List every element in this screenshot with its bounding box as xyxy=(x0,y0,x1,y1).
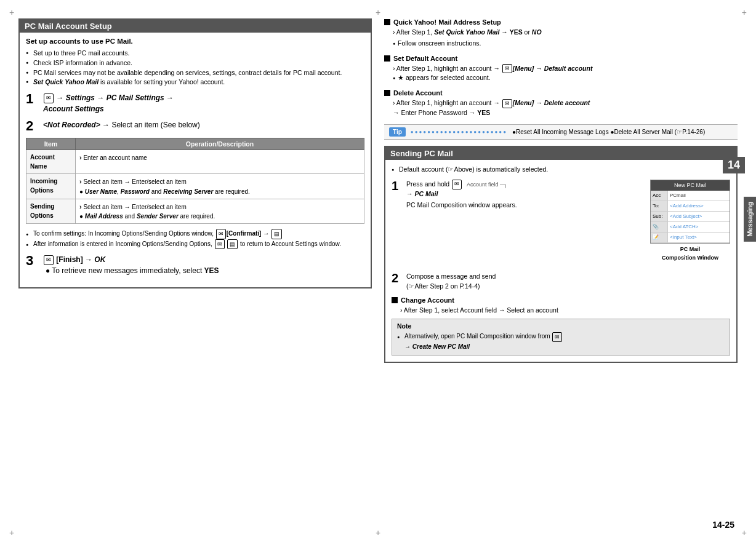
tip-label: Tip xyxy=(389,127,406,137)
quick-yahoo-line1: › After Step 1, Set Quick Yahoo Mail → Y… xyxy=(384,28,738,38)
right-step-1-row: 1 Press and hold ✉ Account field ─┐ → PC… xyxy=(392,180,730,268)
bullet-item: PC Mail services may not be available de… xyxy=(26,68,364,78)
intro-bullets: Set up to three PC mail accounts. Check … xyxy=(26,49,364,87)
sub-value: <Add Subject> xyxy=(668,212,704,221)
step-2-text: → Select an item (See below) xyxy=(102,121,200,129)
mail-field-input: 📝 <Input Text> xyxy=(651,233,730,243)
step-3-bullet: ● To retrieve new messages immediately, … xyxy=(43,266,219,275)
mail-field-to: To: <Add Address> xyxy=(651,201,730,212)
tip-box: Tip ●●●●●●●●●●●●●●●●●●●●●●● ●Reset All I… xyxy=(384,124,738,140)
table-cell-desc: › Select an item → Enter/select an item … xyxy=(76,174,364,199)
sender-server-text: Sender Server xyxy=(137,213,179,220)
set-quick-yahoo-text: Set Quick Yahoo Mail is available for se… xyxy=(33,78,225,86)
after-step2-text: (☞After Step 2 on P.14-4) xyxy=(406,282,730,292)
set-default-line2: ● ★ appears for selected account. xyxy=(384,73,738,83)
delete-account-header: Delete Account xyxy=(384,89,738,97)
mail-icon-small2: ✉ xyxy=(215,239,225,249)
corner-mark-bl: + xyxy=(9,528,14,538)
sending-pc-mail-title: Sending PC Mail xyxy=(385,147,736,160)
change-account-header: Change Account xyxy=(392,296,730,304)
table-row: Account Name › Enter an account name xyxy=(26,150,364,174)
note-label: Note xyxy=(397,322,725,330)
mail-compose-window-area: New PC Mail Acc PCmail To: <Add Address> xyxy=(650,180,730,263)
black-square-icon2 xyxy=(384,55,390,62)
input-value: <Input Text> xyxy=(668,233,699,242)
not-recorded: <Not Recorded> xyxy=(43,121,100,129)
table-row: Incoming Options › Select an item → Ente… xyxy=(26,174,364,199)
gt-arrow: › xyxy=(79,154,82,161)
step-3-content: ✉ [Finish] → OK ● To retrieve new messag… xyxy=(43,254,364,276)
step-3-finish: [Finish] → OK xyxy=(56,255,105,264)
menu-icon3: ✉ xyxy=(502,64,512,74)
menu-icon4: ✉ xyxy=(502,99,512,109)
mail-icon-small: ✉ xyxy=(216,229,226,239)
quick-yahoo-title: Quick Yahoo! Mail Address Setup xyxy=(393,18,501,26)
quick-yahoo-section: Quick Yahoo! Mail Address Setup › After … xyxy=(384,18,738,49)
left-column: PC Mail Account Setup Set up accounts to… xyxy=(18,18,372,527)
cross-bottom: + xyxy=(376,528,380,538)
settings-table: Item Operation/Description Account Name … xyxy=(26,138,364,224)
compose-send-text: Compose a message and send xyxy=(406,272,730,282)
bullet-item: Set Quick Yahoo Mail is available for se… xyxy=(26,78,364,87)
account-field-label: Account field ─┐ xyxy=(467,181,508,188)
mail-icon-note: ✉ xyxy=(552,332,562,342)
page-number: 14-25 xyxy=(712,520,734,530)
sending-intro: ● Default account (☞Above) is automatica… xyxy=(392,165,730,175)
sub-label: Sub: xyxy=(651,212,668,221)
table-cell-item: Account Name xyxy=(26,150,76,174)
corner-mark-br: + xyxy=(742,528,747,538)
delete-account-line2: → Enter Phone Password → YES xyxy=(384,108,738,118)
section-box-title: PC Mail Account Setup xyxy=(20,20,371,33)
right-step-2-num: 2 xyxy=(392,272,403,284)
note-line2: → Create New PC Mail xyxy=(397,342,725,352)
confirm-bullet: To confirm settings: In Incoming Options… xyxy=(26,229,364,239)
mail-field-acc: Acc PCmail xyxy=(651,191,730,201)
mail-field-sub: Sub: <Add Subject> xyxy=(651,212,730,222)
mail-compose-text: Press and hold ✉ Account field ─┐ → PC M… xyxy=(406,180,644,210)
table-header-item: Item xyxy=(26,138,76,150)
note-box: Note ● Alternatively, open PC Mail Compo… xyxy=(392,319,730,356)
mail-field-atch: 📎 <Add ATCH> xyxy=(651,222,730,233)
step-3-number: 3 xyxy=(26,254,38,268)
set-default-section: Set Default Account › After Step 1, high… xyxy=(384,55,738,84)
to-label: To: xyxy=(651,201,668,211)
atch-value: <Add ATCH> xyxy=(668,222,701,232)
table-cell-item: Sending Options xyxy=(26,199,76,224)
delete-account-line1: › After Step 1, highlight an account → ✉… xyxy=(384,98,738,108)
table-cell-desc: › Select an item → Enter/select an item … xyxy=(76,199,364,224)
step-1-number: 1 xyxy=(26,92,38,106)
input-label: 📝 xyxy=(651,233,668,242)
step-1-arrow3: → xyxy=(166,93,174,102)
black-square-icon xyxy=(384,19,390,25)
mail-compose-caption: PC MailComposition Window xyxy=(650,245,730,262)
set-default-line1: › After Step 1, highlight an account → ✉… xyxy=(384,64,738,74)
step-2-number: 2 xyxy=(26,119,38,133)
delete-account-title: Delete Account xyxy=(393,89,443,97)
right-step-2-row: 2 Compose a message and send (☞After Ste… xyxy=(392,272,730,292)
press-hold-text: Press and hold ✉ Account field ─┐ xyxy=(406,180,644,189)
to-pc-mail-text: → PC Mail xyxy=(406,189,644,199)
step-3-row: 3 ✉ [Finish] → OK ● To retrieve new mess… xyxy=(26,254,364,276)
gt-arrow: › xyxy=(79,203,82,210)
table-cell-desc: › Enter an account name xyxy=(76,150,364,174)
atch-label: 📎 xyxy=(651,222,668,232)
password-text: Password xyxy=(121,188,150,195)
change-account-title: Change Account xyxy=(401,296,454,304)
step-1-arrow: → xyxy=(56,93,65,102)
mail-compose-window: New PC Mail Acc PCmail To: <Add Address> xyxy=(650,180,730,244)
set-default-header: Set Default Account xyxy=(384,55,738,62)
step-1-arrow2: → xyxy=(97,93,106,102)
step-1-icon: ✉ xyxy=(43,93,56,102)
mail-icon-step3: ✉ xyxy=(44,255,54,265)
black-square-icon4 xyxy=(392,297,398,303)
mail-icon: ✉ xyxy=(44,93,54,103)
to-value: <Add Address> xyxy=(668,201,706,211)
pc-mail-window-appears: PC Mail Composition window appears. xyxy=(406,201,644,210)
change-account-section: Change Account › After Step 1, select Ac… xyxy=(392,296,730,316)
mail-icon-press: ✉ xyxy=(452,180,462,189)
step-2-content: <Not Recorded> → Select an item (See bel… xyxy=(43,119,364,130)
corner-mark-tr: + xyxy=(742,7,747,17)
mail-address-text: Mail Address xyxy=(85,213,123,220)
mail-window-titlebar: New PC Mail xyxy=(651,180,730,191)
step-2-row: 2 <Not Recorded> → Select an item (See b… xyxy=(26,119,364,133)
